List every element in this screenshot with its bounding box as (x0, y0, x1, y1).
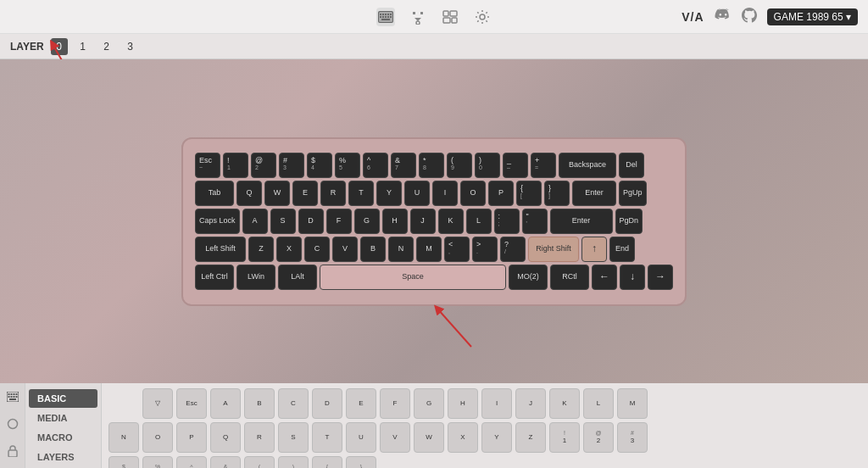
panel-key-t[interactable]: T (312, 422, 342, 453)
panel-key-k[interactable]: K (549, 388, 580, 419)
panel-key-l[interactable]: L (583, 388, 614, 419)
panel-key-z[interactable]: Z (515, 422, 546, 453)
key-slash[interactable]: ?/ (500, 237, 526, 262)
key-u[interactable]: U (404, 181, 430, 206)
key-y[interactable]: Y (376, 181, 402, 206)
panel-key-a[interactable]: A (210, 388, 241, 419)
key-semicolon[interactable]: :; (494, 209, 520, 234)
panel-key-m[interactable]: M (617, 388, 648, 419)
panel-key-lparen[interactable]: (8 (244, 456, 275, 468)
key-t[interactable]: T (348, 181, 374, 206)
key-del[interactable]: Del (619, 153, 644, 178)
panel-key-i[interactable]: I (481, 388, 512, 419)
key-j[interactable]: J (410, 209, 436, 234)
panel-key-h[interactable]: H (448, 388, 478, 419)
layout-nav-icon[interactable] (441, 8, 459, 26)
key-lwin[interactable]: LWin (236, 265, 275, 290)
panel-key-y[interactable]: Y (481, 422, 512, 453)
key-k[interactable]: K (438, 209, 464, 234)
key-a[interactable]: A (242, 209, 268, 234)
key-5[interactable]: %5 (335, 153, 360, 178)
panel-key-g[interactable]: G (414, 388, 444, 419)
panel-key-f[interactable]: F (380, 388, 410, 419)
key-r[interactable]: R (320, 181, 346, 206)
panel-key-o[interactable]: O (142, 422, 173, 453)
key-left[interactable]: ← (592, 265, 617, 290)
key-down[interactable]: ↓ (620, 265, 645, 290)
key-b[interactable]: B (360, 237, 386, 262)
key-v[interactable]: V (332, 237, 358, 262)
category-layers[interactable]: LAYERS (29, 448, 97, 466)
key-q[interactable]: Q (236, 181, 262, 206)
key-8[interactable]: *8 (419, 153, 444, 178)
profile-dropdown[interactable]: GAME 1989 65 ▾ (767, 8, 858, 25)
key-rctrl[interactable]: RCtl (550, 265, 589, 290)
panel-key-lbrace[interactable]: {[ (312, 456, 342, 468)
panel-key-dollar[interactable]: $4 (108, 456, 139, 468)
key-2[interactable]: @2 (251, 153, 276, 178)
key-period[interactable]: >. (472, 237, 498, 262)
key-lshift[interactable]: Left Shift (195, 237, 246, 262)
key-enter-top[interactable]: Enter (572, 181, 616, 206)
panel-key-u[interactable]: U (346, 422, 376, 453)
panel-key-b[interactable]: B (244, 388, 275, 419)
key-m[interactable]: M (416, 237, 442, 262)
key-lbracket[interactable]: {[ (516, 181, 542, 206)
category-macro[interactable]: MACRO (29, 428, 97, 447)
key-0[interactable]: )0 (475, 153, 500, 178)
key-rshift[interactable]: Right Shift (528, 237, 579, 262)
key-z[interactable]: Z (248, 237, 274, 262)
key-7[interactable]: &7 (391, 153, 416, 178)
sidebar-keyboard-icon[interactable] (4, 388, 21, 405)
usb-nav-icon[interactable] (409, 8, 427, 26)
key-quote[interactable]: "' (522, 209, 548, 234)
key-end[interactable]: End (609, 237, 635, 262)
key-i[interactable]: I (432, 181, 458, 206)
key-p[interactable]: P (488, 181, 514, 206)
panel-key-percent[interactable]: %5 (142, 456, 173, 468)
panel-key-amp[interactable]: &7 (210, 456, 241, 468)
panel-key-caret[interactable]: ^6 (176, 456, 207, 468)
panel-key-r[interactable]: R (244, 422, 275, 453)
key-l[interactable]: L (466, 209, 492, 234)
panel-key-n[interactable]: N (108, 422, 139, 453)
key-up[interactable]: ↑ (581, 237, 607, 262)
category-media[interactable]: MEDIA (29, 409, 97, 427)
panel-key-v[interactable]: V (380, 422, 410, 453)
panel-key-at[interactable]: @2 (583, 422, 614, 453)
key-s[interactable]: S (270, 209, 296, 234)
key-pgdn[interactable]: PgDn (615, 209, 643, 234)
key-comma[interactable]: <, (444, 237, 470, 262)
key-d[interactable]: D (298, 209, 324, 234)
key-right[interactable]: → (648, 265, 673, 290)
settings-nav-icon[interactable] (473, 8, 492, 26)
discord-icon[interactable] (715, 8, 732, 25)
key-f[interactable]: F (326, 209, 352, 234)
panel-key-x[interactable]: X (448, 422, 478, 453)
panel-key-hash[interactable]: #3 (617, 422, 648, 453)
layer-2-btn[interactable]: 2 (98, 38, 115, 55)
key-lctrl[interactable]: Left Ctrl (195, 265, 234, 290)
key-equals[interactable]: += (531, 153, 556, 178)
key-mo2[interactable]: MO(2) (509, 265, 548, 290)
key-space[interactable]: Space (320, 265, 506, 290)
key-backspace[interactable]: Backspace (559, 153, 616, 178)
key-rbracket[interactable]: }] (544, 181, 570, 206)
panel-key-p[interactable]: P (176, 422, 207, 453)
key-3[interactable]: #3 (279, 153, 304, 178)
panel-key-d[interactable]: D (312, 388, 342, 419)
key-pgup[interactable]: PgUp (619, 181, 647, 206)
sidebar-circle-icon[interactable] (4, 415, 21, 432)
key-g[interactable]: G (354, 209, 380, 234)
panel-key-esc[interactable]: Esc (176, 388, 207, 419)
sidebar-lock-icon[interactable] (4, 443, 21, 460)
keyboard-nav-icon[interactable] (376, 8, 395, 26)
panel-key-s[interactable]: S (278, 422, 309, 453)
key-esc[interactable]: Esc~ (195, 153, 220, 178)
panel-key-q[interactable]: Q (210, 422, 241, 453)
key-w[interactable]: W (264, 181, 290, 206)
github-icon[interactable] (742, 8, 757, 26)
key-4[interactable]: $4 (307, 153, 332, 178)
layer-3-btn[interactable]: 3 (122, 38, 139, 55)
key-enter-main[interactable]: Enter (550, 209, 613, 234)
